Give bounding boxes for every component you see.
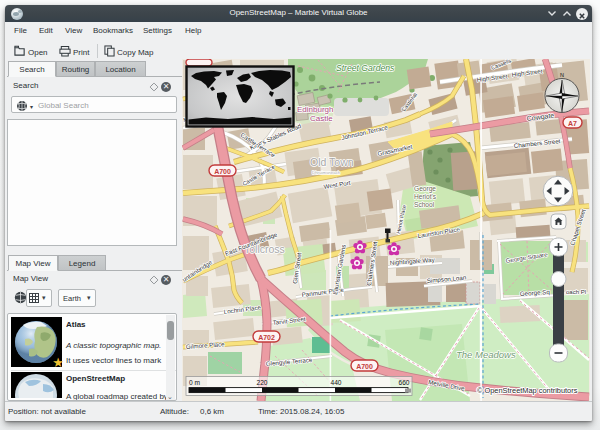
svg-text:N: N (560, 72, 564, 78)
svg-text:220: 220 (256, 379, 267, 386)
svg-text:440: 440 (330, 379, 341, 386)
svg-text:Heriot's: Heriot's (414, 193, 437, 200)
svg-text:Edinburgh: Edinburgh (297, 105, 333, 114)
svg-text:Castle: Castle (310, 114, 333, 123)
svg-text:Dhruimsneach: Dhruimsneach (312, 170, 341, 175)
svg-text:A700: A700 (356, 363, 373, 370)
svg-text:A7: A7 (568, 120, 577, 127)
svg-text:0 m: 0 m (189, 379, 200, 386)
svg-text:660: 660 (398, 379, 409, 386)
svg-text:A700: A700 (214, 168, 231, 175)
svg-text:Street Gardens: Street Gardens (336, 63, 395, 73)
svg-text:School: School (414, 201, 435, 208)
svg-text:A702: A702 (258, 334, 275, 341)
svg-text:George: George (414, 185, 436, 193)
svg-text:Old Town: Old Town (310, 156, 354, 168)
svg-text:oach Pl: oach Pl (566, 289, 586, 295)
svg-text:The Meadows: The Meadows (456, 349, 516, 360)
svg-text:© OpenStreetMap contributors: © OpenStreetMap contributors (477, 386, 578, 395)
